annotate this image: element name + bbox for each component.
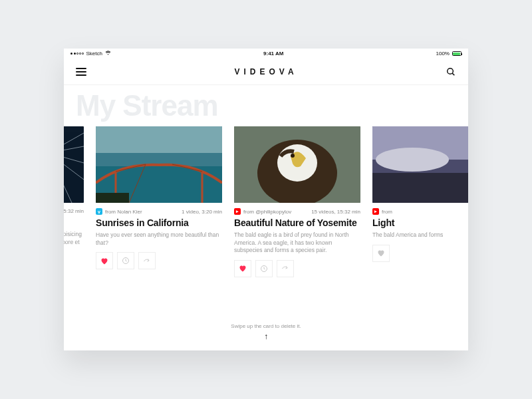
video-meta: ▸ from xyxy=(372,208,468,215)
video-thumbnail[interactable] xyxy=(64,126,84,203)
video-author-label: from @philipkopylov xyxy=(243,209,291,215)
share-button[interactable] xyxy=(277,260,294,277)
svg-rect-2 xyxy=(64,126,84,203)
video-thumbnail[interactable] xyxy=(372,126,468,203)
video-description: The bald eagle is a bird of prey found i… xyxy=(234,231,360,254)
svg-rect-28 xyxy=(372,173,468,203)
video-actions xyxy=(372,245,468,262)
status-left: Sketch xyxy=(70,51,111,57)
video-meta: v from Nolan Kier 1 video, 3:20 min xyxy=(96,208,222,215)
video-description: The bald America and forms xyxy=(372,231,468,239)
top-nav: VIDEOVA xyxy=(64,59,468,85)
app-frame: Sketch 9:41 AM 100% VIDEOVA My Stream xyxy=(64,49,468,350)
video-count-label: 15 videos, 15:32 min xyxy=(311,209,360,215)
swipe-hint-label: Swipe up the card to delete it. xyxy=(64,323,468,329)
video-count-label: 15 videos, 15:32 min xyxy=(64,208,84,214)
video-title: n Seattle xyxy=(64,217,84,227)
video-count-label: 1 video, 3:20 min xyxy=(182,209,222,215)
like-button[interactable] xyxy=(234,260,251,277)
share-button[interactable] xyxy=(138,252,156,269)
arrow-up-icon: ↑ xyxy=(64,332,468,341)
status-time: 9:41 AM xyxy=(263,51,283,57)
video-author-label: from xyxy=(382,209,392,215)
swipe-hint: Swipe up the card to delete it. ↑ xyxy=(64,323,468,341)
like-button[interactable] xyxy=(96,252,113,269)
vimeo-icon: v xyxy=(96,208,102,215)
video-actions xyxy=(96,252,222,269)
video-card[interactable]: ▸ from @philipkopylov 15 videos, 15:32 m… xyxy=(234,126,360,277)
video-thumbnail[interactable] xyxy=(234,126,360,203)
video-card[interactable]: 15 videos, 15:32 min n Seattle met, cons… xyxy=(64,126,84,277)
video-title: Sunrises in California xyxy=(96,217,222,228)
brand-title: VIDEOVA xyxy=(234,67,297,76)
youtube-icon: ▸ xyxy=(372,208,379,215)
video-meta: ▸ from @philipkopylov 15 videos, 15:32 m… xyxy=(234,208,360,215)
video-title: Light xyxy=(372,217,468,228)
signal-dots-icon xyxy=(70,53,84,55)
video-card[interactable]: ▸ from Light The bald America and forms xyxy=(372,126,468,277)
status-right: 100% xyxy=(436,51,462,57)
stream-scroller[interactable]: 15 videos, 15:32 min n Seattle met, cons… xyxy=(64,126,468,277)
svg-point-30 xyxy=(376,148,449,172)
page-title: My Stream xyxy=(64,85,468,124)
battery-icon xyxy=(452,51,462,56)
video-meta: 15 videos, 15:32 min xyxy=(64,208,84,214)
video-title: Beautiful Nature of Yosemite xyxy=(234,217,360,228)
carrier-label: Sketch xyxy=(86,51,102,57)
video-thumbnail[interactable] xyxy=(96,126,222,203)
svg-point-0 xyxy=(448,68,454,74)
like-button[interactable] xyxy=(372,245,390,262)
watch-later-button[interactable] xyxy=(255,260,273,277)
status-bar: Sketch 9:41 AM 100% xyxy=(64,49,468,59)
watch-later-button[interactable] xyxy=(117,252,134,269)
search-button[interactable] xyxy=(446,66,456,77)
video-description: met, consectetur adipisicing ption incid… xyxy=(64,231,84,246)
battery-pct: 100% xyxy=(436,51,450,57)
video-card[interactable]: v from Nolan Kier 1 video, 3:20 min Sunr… xyxy=(96,126,222,277)
youtube-icon: ▸ xyxy=(234,208,241,215)
wifi-icon xyxy=(105,51,111,57)
svg-rect-19 xyxy=(96,193,129,203)
svg-point-25 xyxy=(291,154,295,158)
svg-line-1 xyxy=(452,73,454,75)
video-description: Have you ever seen anything more beautif… xyxy=(96,231,222,247)
svg-rect-13 xyxy=(96,126,222,153)
menu-button[interactable] xyxy=(76,68,86,76)
video-actions xyxy=(234,260,360,277)
video-author-label: from Nolan Kier xyxy=(105,209,142,215)
